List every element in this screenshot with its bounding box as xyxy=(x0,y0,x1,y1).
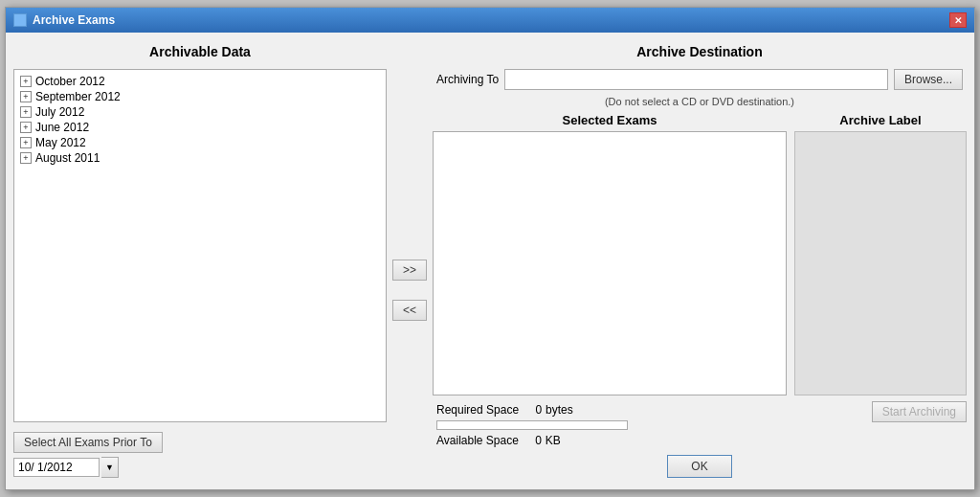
archive-label-title: Archive Label xyxy=(794,113,967,127)
right-bottom-inner: Required Space 0 bytes Available Space 0… xyxy=(433,401,967,449)
move-backward-button[interactable]: << xyxy=(392,300,427,321)
required-space-unit: bytes xyxy=(546,403,573,417)
tree-item-label: September 2012 xyxy=(35,90,121,103)
required-space-row: Required Space 0 bytes xyxy=(433,401,864,418)
start-archiving-area: Start Archiving xyxy=(872,401,967,422)
archiving-to-label: Archiving To xyxy=(436,73,499,86)
browse-button[interactable]: Browse... xyxy=(894,69,963,90)
tree-item-label: October 2012 xyxy=(35,75,105,88)
left-panel: Archivable Data +October 2012+September … xyxy=(13,40,387,482)
window-title: Archive Exams xyxy=(33,13,115,27)
title-bar: Archive Exams ✕ xyxy=(6,8,974,33)
app-icon xyxy=(13,13,27,27)
tree-item-label: August 2011 xyxy=(35,151,100,165)
right-bottom: Required Space 0 bytes Available Space 0… xyxy=(433,401,967,449)
tree-item-label: June 2012 xyxy=(35,121,89,134)
archive-label-col: Archive Label xyxy=(794,113,967,395)
archiving-to-input[interactable] xyxy=(504,69,888,90)
archivable-data-title: Archivable Data xyxy=(13,40,387,63)
move-forward-button[interactable]: >> xyxy=(392,260,427,281)
space-info: Required Space 0 bytes Available Space 0… xyxy=(433,401,864,449)
select-all-button[interactable]: Select All Exams Prior To xyxy=(13,432,163,453)
tree-expand-icon[interactable]: + xyxy=(20,76,32,87)
tree-item[interactable]: +September 2012 xyxy=(18,89,382,104)
selected-exams-box[interactable] xyxy=(433,131,787,395)
tree-item-label: July 2012 xyxy=(35,105,84,119)
tree-expand-icon[interactable]: + xyxy=(20,106,32,118)
tree-item[interactable]: +June 2012 xyxy=(18,120,382,135)
calendar-dropdown-button[interactable]: ▼ xyxy=(101,457,119,478)
tree-expand-icon[interactable]: + xyxy=(20,152,32,164)
date-row: ▼ xyxy=(13,457,119,478)
ok-button[interactable]: OK xyxy=(667,455,731,478)
archive-to-row: Archiving To Browse... xyxy=(433,69,967,90)
archivable-data-tree[interactable]: +October 2012+September 2012+July 2012+J… xyxy=(13,69,387,422)
available-space-unit: KB xyxy=(546,434,561,447)
selected-exams-title: Selected Exams xyxy=(433,113,787,127)
required-space-value: 0 xyxy=(523,403,542,417)
tree-expand-icon[interactable]: + xyxy=(20,91,32,102)
archive-destination-title: Archive Destination xyxy=(433,40,967,63)
tree-item[interactable]: +July 2012 xyxy=(18,104,382,120)
ok-area: OK xyxy=(433,455,967,482)
tree-item[interactable]: +October 2012 xyxy=(18,74,382,89)
available-space-row: Available Space 0 KB xyxy=(433,432,864,449)
tree-item[interactable]: +May 2012 xyxy=(18,135,382,150)
tree-expand-icon[interactable]: + xyxy=(20,137,32,148)
start-archiving-button[interactable]: Start Archiving xyxy=(872,401,967,422)
close-button[interactable]: ✕ xyxy=(949,12,967,28)
right-panel: Archive Destination Archiving To Browse.… xyxy=(433,40,967,482)
dvd-note: (Do not select a CD or DVD destination.) xyxy=(433,96,967,107)
tree-item[interactable]: +August 2011 xyxy=(18,150,382,166)
window-body: Archivable Data +October 2012+September … xyxy=(6,33,974,489)
selected-area: Selected Exams Archive Label xyxy=(433,113,967,395)
tree-expand-icon[interactable]: + xyxy=(20,122,32,133)
middle-panel: >> << xyxy=(390,40,429,482)
title-bar-left: Archive Exams xyxy=(13,13,115,27)
available-space-label: Available Space xyxy=(436,434,519,447)
left-bottom: Select All Exams Prior To ▼ xyxy=(13,428,387,482)
available-space-value: 0 xyxy=(523,434,542,447)
selected-exams-col: Selected Exams xyxy=(433,113,787,395)
archive-label-box xyxy=(794,131,967,395)
required-space-label: Required Space xyxy=(436,403,519,417)
date-input[interactable] xyxy=(13,458,100,477)
main-window: Archive Exams ✕ Archivable Data +October… xyxy=(5,7,975,490)
progress-bar-container xyxy=(436,420,628,430)
tree-item-label: May 2012 xyxy=(35,136,86,149)
